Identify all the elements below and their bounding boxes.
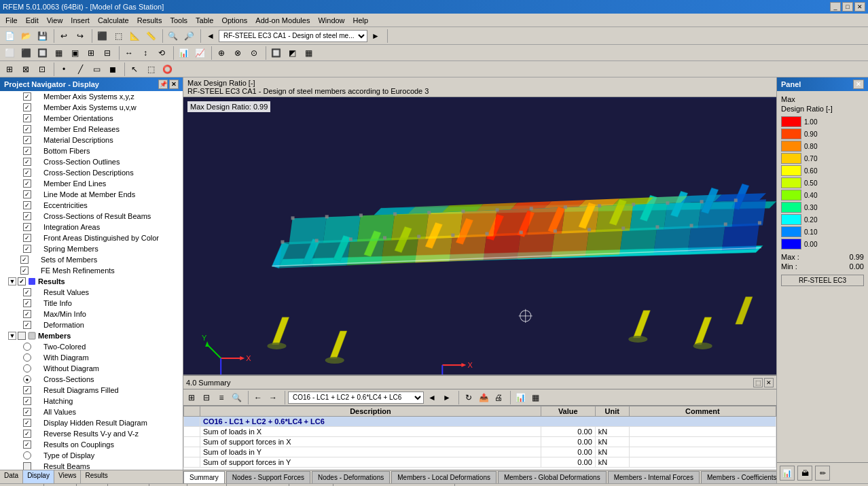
tb-btn-3[interactable]: 📐: [127, 29, 142, 44]
tb2-btn9[interactable]: ↕: [138, 46, 153, 60]
tree-item-7[interactable]: Cross-Section Descriptions: [0, 167, 183, 178]
bt-btn3[interactable]: ≡: [215, 392, 228, 404]
tb2-btn5[interactable]: ▣: [67, 46, 82, 60]
radio-25[interactable]: [23, 364, 31, 372]
tab-nodes---deformations[interactable]: Nodes - Deformations: [312, 471, 390, 483]
tree-item-31[interactable]: Reverse Results V-y and V-z: [0, 428, 183, 439]
tb2-snap1[interactable]: ⊕: [214, 46, 229, 60]
tree-item-21[interactable]: Deformation: [0, 319, 183, 330]
close-button[interactable]: ✕: [854, 2, 865, 12]
tb2-btn11[interactable]: 📊: [176, 46, 191, 60]
nav-tab-data[interactable]: Data: [0, 470, 23, 483]
tb2-snap3[interactable]: ⊙: [247, 46, 261, 60]
checkbox-28[interactable]: [23, 397, 31, 405]
checkbox-27[interactable]: [23, 386, 31, 394]
table-row-1[interactable]: Sum of loads in X0.00kN: [184, 427, 776, 437]
checkbox-14[interactable]: [23, 245, 31, 253]
bt-refresh[interactable]: ↻: [463, 392, 475, 404]
tree-item-24[interactable]: With Diagram: [0, 352, 183, 363]
tree-item-14[interactable]: Spring Members: [0, 243, 183, 254]
bt-print[interactable]: 🖨: [492, 392, 505, 404]
bt-nav-left[interactable]: ◄: [426, 392, 438, 404]
maximize-button[interactable]: □: [842, 2, 853, 12]
checkbox-11[interactable]: [23, 212, 31, 220]
menu-item-edit[interactable]: Edit: [22, 15, 43, 26]
checkbox-12[interactable]: [23, 223, 31, 231]
table-row-3[interactable]: Sum of loads in Y0.00kN: [184, 447, 776, 457]
tab-members---local-deformations[interactable]: Members - Local Deformations: [391, 471, 496, 483]
bt-table[interactable]: ▦: [529, 392, 541, 404]
tree-item-33[interactable]: Type of Display: [0, 450, 183, 461]
bottom-panel-float-button[interactable]: ⬚: [753, 378, 763, 387]
checkbox-34[interactable]: [23, 462, 31, 470]
radio-26[interactable]: ●: [23, 375, 31, 383]
checkbox-4[interactable]: [23, 136, 31, 144]
nav-close-button[interactable]: ✕: [169, 80, 179, 89]
menu-item-window[interactable]: Window: [314, 15, 348, 26]
checkbox-16[interactable]: [20, 266, 29, 275]
design-case-dropdown[interactable]: RF-STEEL EC3 CA1 - Design of steel me...: [219, 30, 367, 42]
tab-members---coefficients-for-buckling[interactable]: Members - Coefficients for Buckling: [701, 471, 776, 483]
tree-item-32[interactable]: Results on Couplings: [0, 439, 183, 450]
checkbox-20[interactable]: [23, 310, 31, 318]
checkbox-6[interactable]: [23, 158, 31, 166]
bt-chart[interactable]: 📊: [514, 392, 526, 404]
panel-close-button[interactable]: ✕: [853, 80, 864, 89]
bt-btn6[interactable]: →: [267, 392, 279, 404]
tree-item-23[interactable]: Two-Colored: [0, 341, 183, 352]
tab-nodes---support-forces[interactable]: Nodes - Support Forces: [226, 471, 310, 483]
bt-btn5[interactable]: ←: [252, 392, 264, 404]
tb3-btn2[interactable]: ⊠: [18, 62, 33, 77]
tree-item-10[interactable]: Eccentricities: [0, 200, 183, 211]
menu-item-calculate[interactable]: Calculate: [94, 15, 133, 26]
tb3-sel3[interactable]: ⭕: [160, 62, 175, 77]
tree-item-30[interactable]: Display Hidden Result Diagram: [0, 417, 183, 428]
tree-item-29[interactable]: All Values: [0, 406, 183, 417]
tb3-btn1[interactable]: ⊞: [2, 62, 17, 77]
new-btn[interactable]: 📄: [2, 29, 17, 44]
tb2-btn2[interactable]: ⬛: [18, 46, 33, 60]
panel-footer-btn1[interactable]: 📊: [780, 466, 795, 481]
checkbox-9[interactable]: [23, 190, 31, 198]
minimize-button[interactable]: _: [830, 2, 841, 12]
bt-btn4[interactable]: 🔍: [230, 392, 242, 404]
table-row-2[interactable]: Sum of support forces in X0.00kN: [184, 437, 776, 447]
tree-item-11[interactable]: Cross-Sections of Result Beams: [0, 211, 183, 222]
arr-left-btn[interactable]: ◄: [203, 29, 218, 44]
checkbox-15[interactable]: [20, 256, 29, 264]
redo-btn[interactable]: ↪: [73, 29, 88, 44]
expander-22[interactable]: ▼: [8, 332, 16, 340]
checkbox-10[interactable]: [23, 201, 31, 209]
menu-item-results[interactable]: Results: [133, 15, 166, 26]
open-btn[interactable]: 📂: [18, 29, 33, 44]
tb-btn-4[interactable]: 📏: [143, 29, 158, 44]
panel-footer-btn2[interactable]: 🏔: [797, 466, 812, 481]
bt-export[interactable]: 📤: [477, 392, 490, 404]
zoom-out-btn[interactable]: 🔎: [181, 29, 196, 44]
tree-item-17[interactable]: ▼Results: [0, 276, 183, 287]
nav-tab-display[interactable]: Display: [23, 470, 54, 483]
tb-btn-2[interactable]: ⬚: [111, 29, 126, 44]
radio-24[interactable]: [23, 353, 31, 362]
tree-item-4[interactable]: Material Descriptions: [0, 135, 183, 145]
table-row-0[interactable]: CO16 - LC1 + LC2 + 0.6*LC4 + LC6: [184, 417, 776, 427]
tree-item-6[interactable]: Cross-Section Outlines: [0, 156, 183, 167]
checkbox-8[interactable]: [23, 179, 31, 188]
checkbox-19[interactable]: [23, 299, 31, 307]
undo-btn[interactable]: ↩: [56, 29, 71, 44]
tree-item-5[interactable]: Bottom Fibers: [0, 145, 183, 156]
tree-item-2[interactable]: Member Orientations: [0, 113, 183, 124]
checkbox-0[interactable]: [23, 92, 31, 101]
tb2-btn6[interactable]: ⊞: [84, 46, 98, 60]
arr-right-btn[interactable]: ►: [368, 29, 383, 44]
checkbox-13[interactable]: [23, 234, 31, 242]
checkbox-29[interactable]: [23, 408, 31, 416]
menu-item-view[interactable]: View: [43, 15, 67, 26]
bt-btn2[interactable]: ⊟: [200, 392, 213, 404]
tb2-btn7[interactable]: ⊟: [100, 46, 115, 60]
checkbox-22[interactable]: [18, 332, 26, 340]
tb2-btn1[interactable]: ⬜: [2, 46, 17, 60]
tree-item-34[interactable]: Result Beams: [0, 461, 183, 470]
tree-item-0[interactable]: Member Axis Systems x,y,z: [0, 91, 183, 102]
checkbox-3[interactable]: [23, 125, 31, 133]
